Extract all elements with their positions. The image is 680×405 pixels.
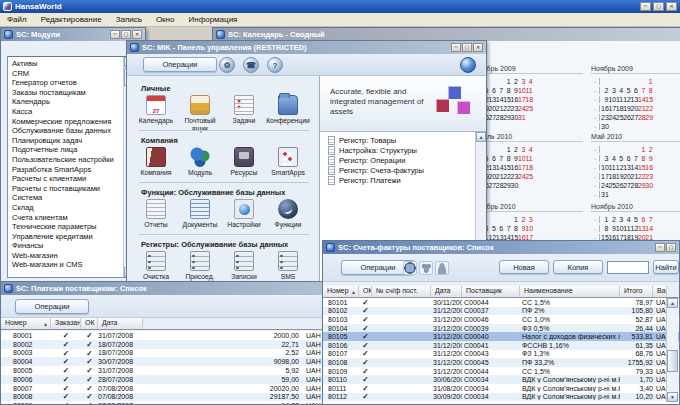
register-list-item[interactable]: Настройка: Структуры — [320, 145, 486, 155]
calendar-day[interactable]: 9 — [645, 155, 652, 162]
module-list-item[interactable]: Расчеты с клиентами — [8, 174, 133, 184]
module-list-item[interactable]: Подотчетные лица — [8, 145, 133, 155]
calendar-day[interactable]: 27 — [631, 114, 638, 121]
launcher-calendar[interactable]: 27Календарь — [134, 95, 178, 132]
calendar-day[interactable]: 8 — [638, 155, 645, 162]
calendar-day[interactable]: 16 — [645, 164, 652, 171]
calendar-day[interactable]: 24 — [518, 173, 525, 180]
register-list-item[interactable]: Регистр: Операции — [320, 155, 486, 165]
payment-row[interactable]: 80001✓✓31/07/20082000,00UAH — [1, 331, 371, 340]
calendar-day[interactable]: 27 — [488, 114, 495, 121]
week-marker[interactable]: - — [591, 147, 599, 153]
calendar-day[interactable]: 11 — [608, 164, 615, 171]
calendar-day[interactable]: 27 — [488, 182, 495, 189]
column-header[interactable]: Номер▲ — [323, 286, 359, 297]
module-list-item[interactable]: Генератор отчетов — [8, 78, 133, 88]
payment-row[interactable]: 80006✓✓28/07/200859,00UAH — [1, 375, 371, 384]
calendar-day[interactable]: 23 — [511, 173, 518, 180]
calendar-day[interactable]: 31 — [518, 114, 525, 121]
calendar-day[interactable]: 7 — [631, 155, 638, 162]
calendar-day[interactable]: 15 — [503, 96, 510, 103]
close-icon[interactable]: ✕ — [132, 30, 142, 39]
calendar-day[interactable]: 29 — [503, 114, 510, 121]
calendar-day[interactable]: 9 — [608, 225, 615, 232]
calendar-day[interactable]: 20 — [623, 173, 630, 180]
column-header[interactable]: Дата — [431, 286, 462, 297]
calendar-day[interactable]: 7 — [503, 225, 510, 232]
module-list-item[interactable]: Пользовательские настройки — [8, 155, 133, 165]
maximize-icon[interactable]: □ — [666, 243, 676, 252]
calendar-day[interactable]: 6 — [623, 155, 630, 162]
week-marker[interactable]: - — [591, 183, 599, 189]
calendar-day[interactable]: 5 — [488, 225, 495, 232]
calendar-day[interactable]: 18 — [525, 96, 532, 103]
person-icon[interactable] — [435, 261, 449, 275]
payment-row[interactable]: 80008✓✓07/08/200829187,50UAH — [1, 393, 371, 402]
invoices-window-titlebar[interactable]: SC: Счета-фактуры поставщиков: Список ─□ — [323, 241, 679, 254]
calendar-day[interactable]: 12 — [631, 225, 638, 232]
week-marker[interactable]: - — [591, 192, 599, 198]
calendar-day[interactable]: 17 — [601, 173, 608, 180]
calendar-day[interactable]: 11 — [525, 87, 532, 94]
column-header[interactable]: № сч/ф пост. — [372, 286, 431, 297]
calendar-day[interactable]: 2 — [511, 78, 518, 85]
week-marker[interactable]: - — [591, 226, 599, 232]
invoice-row[interactable]: 80107✓31/12/2008C00043ФЗ 1,3%68,76UAH — [323, 350, 679, 359]
module-list-item[interactable]: Планировщик задач — [8, 136, 133, 146]
calendar-day[interactable]: 11 — [623, 225, 630, 232]
calendar-day[interactable]: 1 — [601, 216, 608, 223]
menu-item-редактирование[interactable]: Редактирование — [34, 13, 109, 27]
calendar-day[interactable]: 30 — [645, 182, 652, 189]
calendar-day[interactable]: 4 — [525, 78, 532, 85]
module-list-item[interactable]: Склад — [8, 203, 133, 213]
module-list-item[interactable]: Расчеты с поставщиками — [8, 184, 133, 194]
module-list-item[interactable]: Обслуживание базы данных — [8, 126, 133, 136]
calendar-day[interactable]: 9 — [511, 87, 518, 94]
payments-window-titlebar[interactable]: SC: Платежи поставщикам: Список — [1, 282, 371, 295]
calendar-day[interactable]: 12 — [623, 96, 630, 103]
calendar-day[interactable]: 20 — [631, 105, 638, 112]
calendar-day[interactable]: 9 — [601, 96, 608, 103]
calendar-day[interactable]: 17 — [608, 105, 615, 112]
column-header[interactable]: Вал. — [653, 286, 667, 297]
week-marker[interactable]: - — [591, 106, 599, 112]
calendar-day[interactable]: 21 — [496, 105, 503, 112]
main-titlebar[interactable]: HansaWorld ─□✕ — [0, 0, 680, 13]
calendar-day[interactable]: 28 — [638, 114, 645, 121]
calendar-day[interactable]: 6 — [488, 155, 495, 162]
calendar-day[interactable]: 1 — [638, 146, 645, 153]
scroll-down-icon[interactable]: ▼ — [667, 392, 678, 402]
calendar-day[interactable]: 21 — [638, 105, 645, 112]
calendar-day[interactable]: 5 — [616, 155, 623, 162]
find-button[interactable]: Найти — [653, 260, 679, 274]
calendar-day[interactable]: 3 — [608, 87, 615, 94]
module-list-item[interactable]: Управление кредитами — [8, 232, 133, 242]
calendar-day[interactable]: 16 — [511, 164, 518, 171]
calendar-day[interactable]: 15 — [503, 164, 510, 171]
calendar-day[interactable]: 10 — [601, 164, 608, 171]
calendar-day[interactable]: 21 — [631, 173, 638, 180]
minimize-icon[interactable]: ─ — [640, 2, 651, 11]
launcher-puzzle[interactable]: Модуль — [178, 147, 222, 177]
column-header[interactable]: Наименование — [520, 286, 620, 297]
calendar-day[interactable]: 24 — [518, 105, 525, 112]
payment-row[interactable]: 80007✓✓07/08/200820020,00UAH — [1, 384, 371, 393]
calendar-day[interactable]: 7 — [645, 216, 652, 223]
module-list-item[interactable]: Web-магазин — [8, 251, 133, 261]
globe-icon[interactable] — [403, 261, 417, 275]
calendar-day[interactable]: 16 — [601, 105, 608, 112]
calendar-day[interactable]: 3 — [518, 146, 525, 153]
calendar-day[interactable]: 30 — [601, 123, 608, 130]
calendar-day[interactable]: 25 — [525, 173, 532, 180]
calendar-day[interactable]: 8 — [645, 87, 652, 94]
calendar-day[interactable]: 10 — [518, 87, 525, 94]
control-panel-titlebar[interactable]: SC: MIK - Панель управления (RESTRICTED)… — [127, 41, 486, 54]
calendar-day[interactable]: 21 — [496, 173, 503, 180]
calendar-day[interactable]: 15 — [645, 96, 652, 103]
calendar-day[interactable]: 6 — [631, 87, 638, 94]
calendar-day[interactable]: 29 — [645, 114, 652, 121]
register-list-item[interactable]: Регистр: Счета-фактуры — [320, 165, 486, 175]
calendar-day[interactable]: 22 — [638, 173, 645, 180]
calendar-day[interactable]: 4 — [616, 87, 623, 94]
invoices-scrollbar[interactable]: ▲ ▼ — [666, 298, 678, 402]
